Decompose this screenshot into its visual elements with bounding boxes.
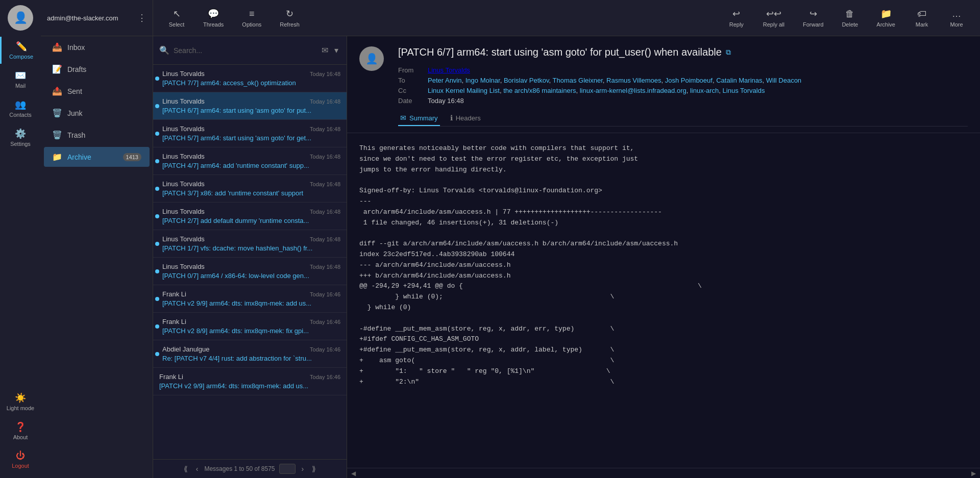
search-input[interactable] bbox=[174, 46, 315, 55]
sidebar-bottom-item-about[interactable]: ❓About bbox=[0, 417, 41, 444]
sidebar-bottom-item-light-mode[interactable]: ☀️Light mode bbox=[0, 388, 41, 415]
list-item[interactable]: Linus Torvalds Today 16:48 [PATCH 4/7] a… bbox=[153, 147, 347, 175]
account-more-button[interactable]: ⋮ bbox=[137, 12, 146, 23]
unread-dot bbox=[155, 269, 159, 273]
tab-headers[interactable]: ℹHeaders bbox=[448, 111, 483, 126]
email-filter-icon[interactable]: ✉ bbox=[320, 44, 330, 56]
main-area: ↖Select💬Threads≡Options↻Refresh ↩Reply↩↩… bbox=[153, 0, 980, 478]
drafts-nav-label: Drafts bbox=[67, 65, 86, 73]
email-sender: Linus Torvalds bbox=[162, 125, 205, 133]
email-sender: Linus Torvalds bbox=[162, 153, 205, 160]
from-value: Linus Torvalds bbox=[428, 66, 968, 74]
to-recipient-link[interactable]: Thomas Gleixner bbox=[553, 77, 603, 84]
to-recipient-link[interactable]: Catalin Marinas bbox=[716, 77, 762, 84]
cc-recipient-link[interactable]: Linux Kernel Mailing List bbox=[428, 87, 500, 94]
toolbar-refresh-button[interactable]: ↻Refresh bbox=[273, 5, 307, 31]
nav-item-archive[interactable]: 📁Archive1413 bbox=[44, 147, 150, 167]
scroll-right-arrow[interactable]: ▶ bbox=[971, 470, 976, 477]
list-item[interactable]: Linus Torvalds Today 16:48 [PATCH 0/7] a… bbox=[153, 258, 347, 285]
mail-icon: ✉️ bbox=[15, 70, 26, 81]
nav-item-junk[interactable]: 🗑️Junk bbox=[44, 103, 150, 123]
toolbar-select-button[interactable]: ↖Select bbox=[161, 5, 192, 31]
toolbar-options-button[interactable]: ≡Options bbox=[235, 6, 268, 31]
cc-recipient-link[interactable]: linux-arch bbox=[690, 87, 719, 94]
list-item[interactable]: Frank Li Today 16:46 [PATCH v2 9/9] arm6… bbox=[153, 368, 347, 395]
search-actions: ✉ ▾ bbox=[320, 44, 340, 56]
compose-icon: ✏️ bbox=[16, 41, 27, 52]
sidebar-item-compose[interactable]: ✏️Compose bbox=[0, 37, 41, 64]
list-item[interactable]: Frank Li Today 16:46 [PATCH v2 8/9] arm6… bbox=[153, 313, 347, 340]
sidebar-item-mail[interactable]: ✉️Mail bbox=[0, 66, 41, 93]
toolbar-delete-button[interactable]: 🗑Delete bbox=[835, 6, 865, 31]
to-recipient-link[interactable]: Ingo Molnar bbox=[465, 77, 500, 84]
to-recipient-link[interactable]: Josh Poimboeuf bbox=[665, 77, 713, 84]
list-item[interactable]: Linus Torvalds Today 16:48 [PATCH 2/7] a… bbox=[153, 203, 347, 230]
email-subject: [PATCH 3/7] x86: add 'runtime constant' … bbox=[162, 189, 340, 197]
archive-nav-label: Archive bbox=[67, 153, 91, 161]
about-icon: ❓ bbox=[15, 421, 26, 433]
cc-label: Cc bbox=[398, 87, 424, 94]
reader-body[interactable]: This generates noticeably better code wi… bbox=[347, 133, 980, 468]
toolbar-left-group: ↖Select💬Threads≡Options↻Refresh bbox=[161, 5, 307, 31]
search-bar: 🔍 ✉ ▾ bbox=[153, 36, 347, 65]
email-subject: [PATCH v2 8/9] arm64: dts: imx8qm-mek: f… bbox=[162, 327, 340, 335]
to-recipient-link[interactable]: Will Deacon bbox=[766, 77, 801, 84]
to-recipient-link[interactable]: Borislav Petkov bbox=[504, 77, 549, 84]
toolbar-threads-button[interactable]: 💬Threads bbox=[196, 5, 231, 31]
unread-dot bbox=[155, 132, 159, 136]
cc-recipient-link[interactable]: linux-arm-kernel@lists.infradead.org bbox=[580, 87, 687, 94]
toolbar-forward-button[interactable]: ↪Forward bbox=[796, 5, 830, 31]
last-page-button[interactable]: ⟫ bbox=[310, 464, 318, 474]
toolbar-reply-button[interactable]: ↩Reply bbox=[721, 5, 752, 31]
cc-recipient-link[interactable]: the arch/x86 maintainers bbox=[503, 87, 576, 94]
list-item[interactable]: Linus Torvalds Today 16:48 [PATCH 5/7] a… bbox=[153, 120, 347, 147]
nav-item-inbox[interactable]: 📥Inbox bbox=[44, 37, 150, 57]
first-page-button[interactable]: ⟪ bbox=[182, 464, 190, 474]
search-dropdown-icon[interactable]: ▾ bbox=[332, 44, 340, 56]
select-toolbar-icon: ↖ bbox=[173, 8, 181, 19]
nav-item-drafts[interactable]: 📝Drafts bbox=[44, 59, 150, 79]
list-item[interactable]: Frank Li Today 16:46 [PATCH v2 9/9] arm6… bbox=[153, 285, 347, 313]
toolbar-more-button[interactable]: …More bbox=[941, 6, 972, 31]
email-sender: Frank Li bbox=[162, 290, 186, 298]
scroll-left-arrow[interactable]: ◀ bbox=[351, 470, 356, 477]
email-time: Today 16:48 bbox=[310, 236, 340, 242]
options-toolbar-icon: ≡ bbox=[249, 9, 255, 19]
unread-dot bbox=[155, 352, 159, 356]
list-item[interactable]: Linus Torvalds Today 16:48 [PATCH 1/7] v… bbox=[153, 230, 347, 258]
list-item[interactable]: Abdiel Janulgue Today 16:46 Re: [PATCH v… bbox=[153, 340, 347, 368]
to-recipient-link[interactable]: Rasmus Villemoes bbox=[606, 77, 661, 84]
email-time: Today 16:46 bbox=[310, 291, 340, 297]
sidebar-bottom-item-logout[interactable]: ⏻Logout bbox=[0, 446, 41, 473]
from-link[interactable]: Linus Torvalds bbox=[428, 66, 470, 74]
email-time: Today 16:48 bbox=[310, 98, 340, 105]
email-sender: Linus Torvalds bbox=[162, 180, 205, 188]
reply-toolbar-icon: ↩ bbox=[732, 8, 740, 19]
toolbar-mark-button[interactable]: 🏷Mark bbox=[906, 6, 937, 31]
prev-page-button[interactable]: ‹ bbox=[194, 464, 201, 474]
next-page-button[interactable]: › bbox=[300, 464, 306, 474]
search-icon: 🔍 bbox=[159, 45, 169, 55]
cc-recipient-link[interactable]: Linus Torvalds bbox=[723, 87, 765, 94]
nav-item-trash[interactable]: 🗑️Trash bbox=[44, 125, 150, 145]
sidebar-item-contacts[interactable]: 👥Contacts bbox=[0, 95, 41, 122]
settings-icon: ⚙️ bbox=[15, 128, 26, 139]
sidebar-item-settings[interactable]: ⚙️Settings bbox=[0, 124, 41, 151]
drafts-nav-icon: 📝 bbox=[52, 64, 62, 74]
account-header: admin@the-slacker.com ⋮ bbox=[41, 0, 153, 36]
sidebar-bottom: ☀️Light mode❓About⏻Logout bbox=[0, 388, 41, 478]
toolbar-reply-all-button[interactable]: ↩↩Reply all bbox=[756, 5, 792, 31]
nav-item-sent[interactable]: 📤Sent bbox=[44, 81, 150, 101]
to-recipient-link[interactable]: Peter Anvin bbox=[428, 77, 462, 84]
page-input[interactable]: 1 bbox=[279, 464, 296, 474]
tab-summary[interactable]: ✉Summary bbox=[398, 111, 440, 126]
toolbar-archive-btn-button[interactable]: 📁Archive bbox=[869, 5, 902, 31]
list-item[interactable]: Linus Torvalds Today 16:48 [PATCH 6/7] a… bbox=[153, 92, 347, 120]
reader-tabs: ✉SummaryℹHeaders bbox=[398, 111, 968, 127]
external-link-icon[interactable]: ⧉ bbox=[726, 48, 731, 57]
list-item[interactable]: Linus Torvalds Today 16:48 [PATCH 3/7] x… bbox=[153, 175, 347, 203]
avatar-icon: 👤 bbox=[14, 11, 28, 24]
sent-nav-label: Sent bbox=[67, 87, 82, 95]
email-list-footer: ⟪ ‹ Messages 1 to 50 of 8575 1 › ⟫ bbox=[153, 459, 347, 478]
list-item[interactable]: Linus Torvalds Today 16:48 [PATCH 7/7] a… bbox=[153, 65, 347, 92]
